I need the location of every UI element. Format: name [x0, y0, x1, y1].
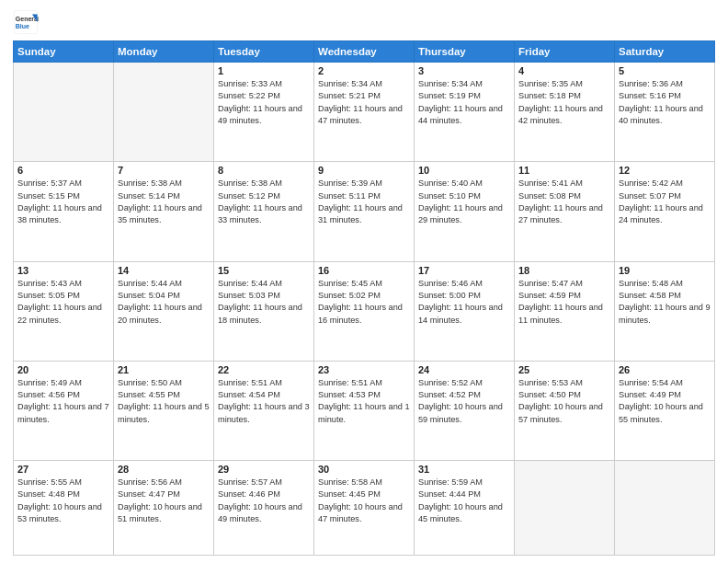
calendar-cell	[515, 461, 615, 556]
weekday-header-row: SundayMondayTuesdayWednesdayThursdayFrid…	[14, 41, 715, 63]
day-number: 15	[218, 265, 310, 276]
day-info: Sunrise: 5:44 AMSunset: 5:03 PMDaylight:…	[218, 278, 310, 327]
calendar-cell: 20Sunrise: 5:49 AMSunset: 4:56 PMDayligh…	[14, 361, 114, 460]
day-info: Sunrise: 5:46 AMSunset: 5:00 PMDaylight:…	[418, 278, 510, 327]
calendar-cell: 2Sunrise: 5:34 AMSunset: 5:21 PMDaylight…	[314, 63, 415, 162]
weekday-header-wednesday: Wednesday	[314, 41, 415, 63]
day-info: Sunrise: 5:45 AMSunset: 5:02 PMDaylight:…	[318, 278, 410, 327]
day-info: Sunrise: 5:49 AMSunset: 4:56 PMDaylight:…	[17, 377, 109, 426]
calendar-cell: 24Sunrise: 5:52 AMSunset: 4:52 PMDayligh…	[415, 361, 515, 460]
weekday-header-tuesday: Tuesday	[214, 41, 314, 63]
calendar-cell: 11Sunrise: 5:41 AMSunset: 5:08 PMDayligh…	[515, 162, 615, 261]
calendar-cell: 4Sunrise: 5:35 AMSunset: 5:18 PMDaylight…	[515, 63, 615, 162]
day-number: 8	[218, 165, 310, 176]
day-number: 21	[118, 364, 210, 375]
calendar-cell: 8Sunrise: 5:38 AMSunset: 5:12 PMDaylight…	[214, 162, 314, 261]
calendar-table: SundayMondayTuesdayWednesdayThursdayFrid…	[13, 40, 715, 556]
day-info: Sunrise: 5:59 AMSunset: 4:44 PMDaylight:…	[418, 477, 510, 525]
day-info: Sunrise: 5:55 AMSunset: 4:48 PMDaylight:…	[17, 477, 109, 525]
calendar-cell: 13Sunrise: 5:43 AMSunset: 5:05 PMDayligh…	[14, 261, 114, 361]
general-blue-icon: General Blue	[13, 9, 39, 35]
day-number: 19	[619, 265, 711, 276]
day-info: Sunrise: 5:47 AMSunset: 4:59 PMDaylight:…	[518, 278, 610, 327]
calendar-cell: 21Sunrise: 5:50 AMSunset: 4:55 PMDayligh…	[114, 361, 214, 460]
day-info: Sunrise: 5:51 AMSunset: 4:54 PMDaylight:…	[218, 377, 310, 426]
day-number: 26	[619, 364, 711, 375]
day-info: Sunrise: 5:35 AMSunset: 5:18 PMDaylight:…	[518, 78, 610, 127]
calendar-cell: 22Sunrise: 5:51 AMSunset: 4:54 PMDayligh…	[214, 361, 314, 460]
week-row-1: 1Sunrise: 5:33 AMSunset: 5:22 PMDaylight…	[14, 63, 715, 162]
calendar-cell: 6Sunrise: 5:37 AMSunset: 5:15 PMDaylight…	[14, 162, 114, 261]
day-number: 29	[218, 464, 310, 475]
day-number: 14	[118, 265, 210, 276]
week-row-5: 27Sunrise: 5:55 AMSunset: 4:48 PMDayligh…	[14, 461, 715, 556]
day-info: Sunrise: 5:37 AMSunset: 5:15 PMDaylight:…	[17, 178, 109, 226]
week-row-3: 13Sunrise: 5:43 AMSunset: 5:05 PMDayligh…	[14, 261, 715, 361]
page: General Blue SundayMondayTuesdayWednesda…	[0, 0, 728, 563]
calendar-cell: 30Sunrise: 5:58 AMSunset: 4:45 PMDayligh…	[314, 461, 415, 556]
day-number: 28	[118, 464, 210, 475]
calendar-cell: 16Sunrise: 5:45 AMSunset: 5:02 PMDayligh…	[314, 261, 415, 361]
day-info: Sunrise: 5:51 AMSunset: 4:53 PMDaylight:…	[318, 377, 410, 426]
calendar-cell: 10Sunrise: 5:40 AMSunset: 5:10 PMDayligh…	[415, 162, 515, 261]
day-number: 12	[619, 165, 711, 176]
calendar-cell: 15Sunrise: 5:44 AMSunset: 5:03 PMDayligh…	[214, 261, 314, 361]
calendar-cell: 3Sunrise: 5:34 AMSunset: 5:19 PMDaylight…	[415, 63, 515, 162]
day-info: Sunrise: 5:41 AMSunset: 5:08 PMDaylight:…	[518, 178, 610, 226]
calendar-cell: 12Sunrise: 5:42 AMSunset: 5:07 PMDayligh…	[615, 162, 715, 261]
day-number: 1	[218, 65, 310, 76]
week-row-4: 20Sunrise: 5:49 AMSunset: 4:56 PMDayligh…	[14, 361, 715, 460]
calendar-cell: 27Sunrise: 5:55 AMSunset: 4:48 PMDayligh…	[14, 461, 114, 556]
calendar-cell	[615, 461, 715, 556]
day-info: Sunrise: 5:38 AMSunset: 5:14 PMDaylight:…	[118, 178, 210, 226]
day-number: 20	[17, 364, 109, 375]
weekday-header-friday: Friday	[515, 41, 615, 63]
weekday-header-monday: Monday	[114, 41, 214, 63]
weekday-header-sunday: Sunday	[14, 41, 114, 63]
day-number: 3	[418, 65, 510, 76]
calendar-cell: 25Sunrise: 5:53 AMSunset: 4:50 PMDayligh…	[515, 361, 615, 460]
day-info: Sunrise: 5:52 AMSunset: 4:52 PMDaylight:…	[418, 377, 510, 426]
day-info: Sunrise: 5:56 AMSunset: 4:47 PMDaylight:…	[118, 477, 210, 525]
day-info: Sunrise: 5:50 AMSunset: 4:55 PMDaylight:…	[118, 377, 210, 426]
day-number: 25	[518, 364, 610, 375]
day-info: Sunrise: 5:44 AMSunset: 5:04 PMDaylight:…	[118, 278, 210, 327]
calendar-cell	[14, 63, 114, 162]
day-number: 17	[418, 265, 510, 276]
week-row-2: 6Sunrise: 5:37 AMSunset: 5:15 PMDaylight…	[14, 162, 715, 261]
day-info: Sunrise: 5:43 AMSunset: 5:05 PMDaylight:…	[17, 278, 109, 327]
day-number: 27	[17, 464, 109, 475]
day-number: 11	[518, 165, 610, 176]
weekday-header-thursday: Thursday	[415, 41, 515, 63]
day-info: Sunrise: 5:40 AMSunset: 5:10 PMDaylight:…	[418, 178, 510, 226]
svg-text:Blue: Blue	[16, 23, 29, 29]
weekday-header-saturday: Saturday	[615, 41, 715, 63]
calendar-cell: 17Sunrise: 5:46 AMSunset: 5:00 PMDayligh…	[415, 261, 515, 361]
day-number: 22	[218, 364, 310, 375]
day-number: 23	[318, 364, 410, 375]
day-info: Sunrise: 5:38 AMSunset: 5:12 PMDaylight:…	[218, 178, 310, 226]
day-number: 2	[318, 65, 410, 76]
day-info: Sunrise: 5:53 AMSunset: 4:50 PMDaylight:…	[518, 377, 610, 426]
day-info: Sunrise: 5:34 AMSunset: 5:21 PMDaylight:…	[318, 78, 410, 127]
calendar-cell: 18Sunrise: 5:47 AMSunset: 4:59 PMDayligh…	[515, 261, 615, 361]
logo: General Blue	[13, 9, 42, 35]
day-number: 16	[318, 265, 410, 276]
day-info: Sunrise: 5:34 AMSunset: 5:19 PMDaylight:…	[418, 78, 510, 127]
calendar-cell: 7Sunrise: 5:38 AMSunset: 5:14 PMDaylight…	[114, 162, 214, 261]
day-number: 24	[418, 364, 510, 375]
day-number: 6	[17, 165, 109, 176]
calendar-cell: 9Sunrise: 5:39 AMSunset: 5:11 PMDaylight…	[314, 162, 415, 261]
day-number: 7	[118, 165, 210, 176]
header: General Blue	[13, 9, 715, 35]
day-info: Sunrise: 5:33 AMSunset: 5:22 PMDaylight:…	[218, 78, 310, 127]
calendar-cell	[114, 63, 214, 162]
day-number: 13	[17, 265, 109, 276]
calendar-cell: 19Sunrise: 5:48 AMSunset: 4:58 PMDayligh…	[615, 261, 715, 361]
day-info: Sunrise: 5:42 AMSunset: 5:07 PMDaylight:…	[619, 178, 711, 226]
day-info: Sunrise: 5:36 AMSunset: 5:16 PMDaylight:…	[619, 78, 711, 127]
calendar-cell: 28Sunrise: 5:56 AMSunset: 4:47 PMDayligh…	[114, 461, 214, 556]
day-info: Sunrise: 5:58 AMSunset: 4:45 PMDaylight:…	[318, 477, 410, 525]
svg-rect-0	[14, 10, 37, 33]
calendar-cell: 26Sunrise: 5:54 AMSunset: 4:49 PMDayligh…	[615, 361, 715, 460]
